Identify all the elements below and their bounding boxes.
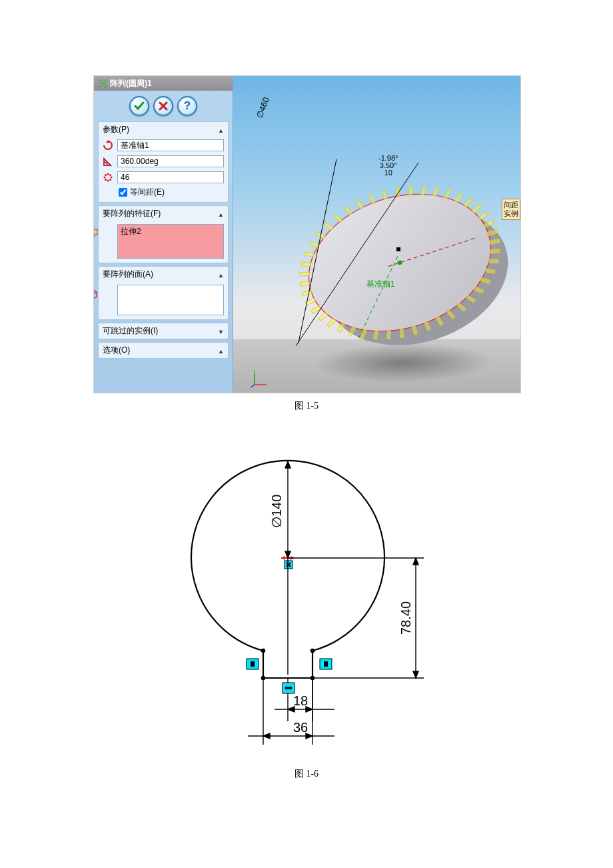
dim-36: 36 [293,720,308,735]
dim-18: 18 [293,693,308,708]
svg-rect-52 [285,687,292,689]
svg-rect-50 [324,661,328,667]
figure-caption-1: 图 1-5 [0,400,613,412]
figure-caption-2: 图 1-6 [0,768,613,780]
dim-diameter: ∅140 [269,495,284,528]
svg-rect-48 [251,661,255,667]
svg-point-30 [262,649,265,652]
sketch-figure: ∅140 78.40 18 [168,435,448,761]
svg-point-31 [311,649,314,652]
screenshot-pattern: 阵列(圆周)1 ? 参数(P) [94,76,520,393]
dim-height: 78.40 [398,601,413,635]
